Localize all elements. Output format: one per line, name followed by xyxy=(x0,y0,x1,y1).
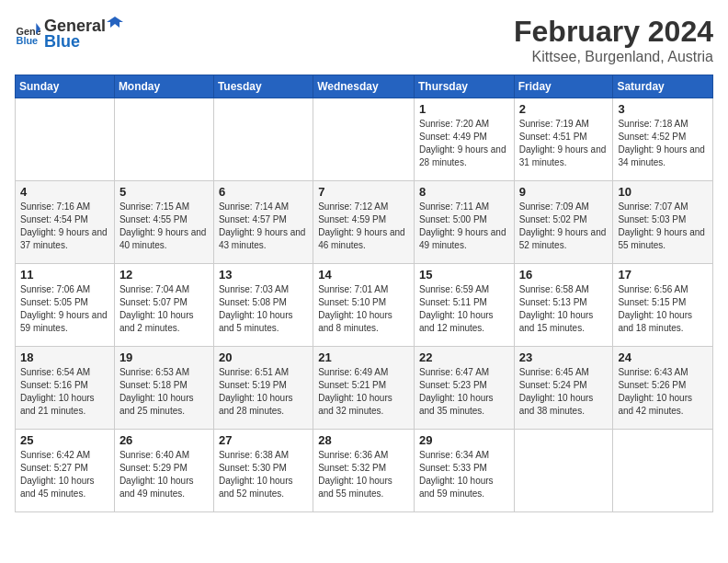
day-number: 16 xyxy=(519,268,609,282)
day-number: 5 xyxy=(119,185,209,199)
day-number: 17 xyxy=(618,268,708,282)
calendar-cell xyxy=(313,98,415,181)
day-number: 20 xyxy=(219,350,308,364)
calendar-week-row: 25Sunrise: 6:42 AMSunset: 5:27 PMDayligh… xyxy=(16,430,713,512)
calendar-cell xyxy=(213,98,313,181)
calendar-cell: 12Sunrise: 7:04 AMSunset: 5:07 PMDayligh… xyxy=(114,264,213,347)
day-number: 24 xyxy=(618,350,708,364)
day-info: Sunrise: 7:01 AMSunset: 5:10 PMDaylight:… xyxy=(318,283,409,335)
day-info: Sunrise: 7:20 AMSunset: 4:49 PMDaylight:… xyxy=(419,118,509,169)
day-number: 3 xyxy=(618,102,708,116)
calendar-cell: 20Sunrise: 6:51 AMSunset: 5:19 PMDayligh… xyxy=(213,347,313,430)
day-number: 6 xyxy=(219,185,308,199)
day-info: Sunrise: 6:54 AMSunset: 5:16 PMDaylight:… xyxy=(20,366,109,418)
col-tuesday: Tuesday xyxy=(213,75,313,98)
logo-icon: General Blue xyxy=(15,20,40,46)
calendar-cell xyxy=(114,98,213,181)
col-monday: Monday xyxy=(114,75,213,98)
calendar-cell xyxy=(16,98,115,181)
day-info: Sunrise: 7:12 AMSunset: 4:59 PMDaylight:… xyxy=(318,201,409,252)
day-number: 13 xyxy=(219,268,308,282)
calendar-cell: 8Sunrise: 7:11 AMSunset: 5:00 PMDaylight… xyxy=(414,181,514,264)
main-title: February 2024 xyxy=(514,15,713,49)
calendar-cell: 24Sunrise: 6:43 AMSunset: 5:26 PMDayligh… xyxy=(613,347,713,430)
col-thursday: Thursday xyxy=(414,75,514,98)
calendar-week-row: 4Sunrise: 7:16 AMSunset: 4:54 PMDaylight… xyxy=(16,181,713,264)
calendar-cell: 6Sunrise: 7:14 AMSunset: 4:57 PMDaylight… xyxy=(213,181,313,264)
day-number: 8 xyxy=(419,185,509,199)
title-area: February 2024 Kittsee, Burgenland, Austr… xyxy=(514,15,713,65)
day-number: 21 xyxy=(318,350,409,364)
day-number: 25 xyxy=(20,433,109,447)
day-info: Sunrise: 6:51 AMSunset: 5:19 PMDaylight:… xyxy=(219,366,308,418)
calendar-cell: 2Sunrise: 7:19 AMSunset: 4:51 PMDaylight… xyxy=(514,98,613,181)
calendar-cell: 19Sunrise: 6:53 AMSunset: 5:18 PMDayligh… xyxy=(114,347,213,430)
col-sunday: Sunday xyxy=(16,75,115,98)
day-info: Sunrise: 6:53 AMSunset: 5:18 PMDaylight:… xyxy=(119,366,209,418)
calendar-cell xyxy=(613,430,713,512)
header-area: General Blue General Blue February 2024 … xyxy=(15,15,713,65)
calendar-cell xyxy=(514,430,613,512)
svg-marker-3 xyxy=(107,17,123,28)
calendar-cell: 27Sunrise: 6:38 AMSunset: 5:30 PMDayligh… xyxy=(213,430,313,512)
logo-bird-icon xyxy=(107,15,123,31)
calendar-week-row: 1Sunrise: 7:20 AMSunset: 4:49 PMDaylight… xyxy=(16,98,713,181)
calendar-cell: 29Sunrise: 6:34 AMSunset: 5:33 PMDayligh… xyxy=(414,430,514,512)
day-number: 7 xyxy=(318,185,409,199)
day-info: Sunrise: 6:49 AMSunset: 5:21 PMDaylight:… xyxy=(318,366,409,418)
day-info: Sunrise: 7:09 AMSunset: 5:02 PMDaylight:… xyxy=(519,201,609,252)
day-info: Sunrise: 7:04 AMSunset: 5:07 PMDaylight:… xyxy=(119,283,209,335)
day-number: 9 xyxy=(519,185,609,199)
day-info: Sunrise: 6:38 AMSunset: 5:30 PMDaylight:… xyxy=(219,449,308,500)
day-number: 2 xyxy=(519,102,609,116)
day-info: Sunrise: 7:15 AMSunset: 4:55 PMDaylight:… xyxy=(119,201,209,252)
calendar-cell: 18Sunrise: 6:54 AMSunset: 5:16 PMDayligh… xyxy=(16,347,115,430)
col-friday: Friday xyxy=(514,75,613,98)
day-number: 18 xyxy=(20,350,109,364)
calendar-table: Sunday Monday Tuesday Wednesday Thursday… xyxy=(15,75,713,512)
calendar-cell: 5Sunrise: 7:15 AMSunset: 4:55 PMDaylight… xyxy=(114,181,213,264)
day-number: 19 xyxy=(119,350,209,364)
day-number: 22 xyxy=(419,350,509,364)
day-number: 23 xyxy=(519,350,609,364)
day-info: Sunrise: 7:19 AMSunset: 4:51 PMDaylight:… xyxy=(519,118,609,169)
day-info: Sunrise: 7:11 AMSunset: 5:00 PMDaylight:… xyxy=(419,201,509,252)
day-number: 29 xyxy=(419,433,509,447)
day-info: Sunrise: 6:42 AMSunset: 5:27 PMDaylight:… xyxy=(20,449,109,500)
day-number: 4 xyxy=(20,185,109,199)
day-info: Sunrise: 6:43 AMSunset: 5:26 PMDaylight:… xyxy=(618,366,708,418)
calendar-cell: 22Sunrise: 6:47 AMSunset: 5:23 PMDayligh… xyxy=(414,347,514,430)
day-number: 10 xyxy=(618,185,708,199)
calendar-cell: 11Sunrise: 7:06 AMSunset: 5:05 PMDayligh… xyxy=(16,264,115,347)
calendar-cell: 17Sunrise: 6:56 AMSunset: 5:15 PMDayligh… xyxy=(613,264,713,347)
subtitle: Kittsee, Burgenland, Austria xyxy=(514,49,713,65)
day-number: 28 xyxy=(318,433,409,447)
day-info: Sunrise: 6:34 AMSunset: 5:33 PMDaylight:… xyxy=(419,449,509,500)
svg-text:Blue: Blue xyxy=(17,35,39,46)
calendar-cell: 21Sunrise: 6:49 AMSunset: 5:21 PMDayligh… xyxy=(313,347,415,430)
calendar-cell: 4Sunrise: 7:16 AMSunset: 4:54 PMDaylight… xyxy=(16,181,115,264)
calendar-cell: 3Sunrise: 7:18 AMSunset: 4:52 PMDaylight… xyxy=(613,98,713,181)
calendar-week-row: 18Sunrise: 6:54 AMSunset: 5:16 PMDayligh… xyxy=(16,347,713,430)
day-number: 1 xyxy=(419,102,509,116)
calendar-cell: 7Sunrise: 7:12 AMSunset: 4:59 PMDaylight… xyxy=(313,181,415,264)
calendar-cell: 13Sunrise: 7:03 AMSunset: 5:08 PMDayligh… xyxy=(213,264,313,347)
day-info: Sunrise: 7:18 AMSunset: 4:52 PMDaylight:… xyxy=(618,118,708,169)
calendar-cell: 26Sunrise: 6:40 AMSunset: 5:29 PMDayligh… xyxy=(114,430,213,512)
day-number: 12 xyxy=(119,268,209,282)
calendar-cell: 15Sunrise: 6:59 AMSunset: 5:11 PMDayligh… xyxy=(414,264,514,347)
col-saturday: Saturday xyxy=(613,75,713,98)
calendar-cell: 1Sunrise: 7:20 AMSunset: 4:49 PMDaylight… xyxy=(414,98,514,181)
day-info: Sunrise: 7:07 AMSunset: 5:03 PMDaylight:… xyxy=(618,201,708,252)
calendar-header-row: Sunday Monday Tuesday Wednesday Thursday… xyxy=(16,75,713,98)
day-info: Sunrise: 7:16 AMSunset: 4:54 PMDaylight:… xyxy=(20,201,109,252)
calendar-week-row: 11Sunrise: 7:06 AMSunset: 5:05 PMDayligh… xyxy=(16,264,713,347)
calendar-cell: 16Sunrise: 6:58 AMSunset: 5:13 PMDayligh… xyxy=(514,264,613,347)
calendar-cell: 10Sunrise: 7:07 AMSunset: 5:03 PMDayligh… xyxy=(613,181,713,264)
day-number: 15 xyxy=(419,268,509,282)
day-info: Sunrise: 6:45 AMSunset: 5:24 PMDaylight:… xyxy=(519,366,609,418)
day-info: Sunrise: 6:56 AMSunset: 5:15 PMDaylight:… xyxy=(618,283,708,335)
calendar-cell: 14Sunrise: 7:01 AMSunset: 5:10 PMDayligh… xyxy=(313,264,415,347)
day-number: 14 xyxy=(318,268,409,282)
day-number: 27 xyxy=(219,433,308,447)
